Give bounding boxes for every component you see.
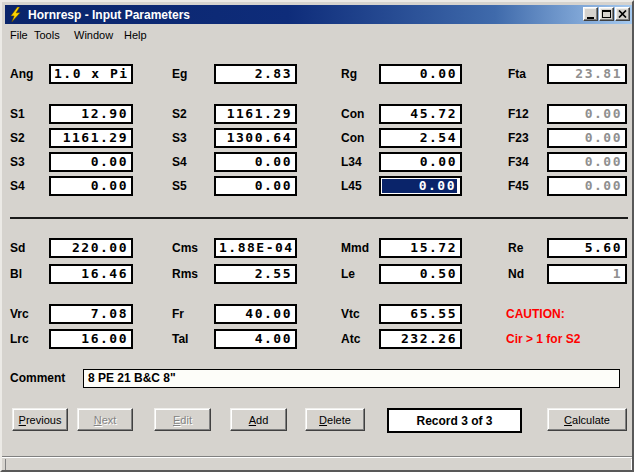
field-f45: 0.00 <box>547 176 627 196</box>
label-s1: S1 <box>10 104 25 124</box>
field-s3a[interactable]: 1300.64 <box>214 128 297 148</box>
value-f34: 0.00 <box>549 154 625 170</box>
value-f12: 0.00 <box>549 106 625 122</box>
label-s4a: S4 <box>172 152 187 172</box>
value-cms: 1.88E-04 <box>216 240 295 256</box>
field-l34[interactable]: 0.00 <box>379 152 462 172</box>
record-indicator: Record 3 of 3 <box>387 408 522 433</box>
value-con12: 45.72 <box>381 106 460 122</box>
value-f23: 0.00 <box>549 130 625 146</box>
field-rms[interactable]: 2.55 <box>214 264 297 284</box>
field-s5[interactable]: 0.00 <box>214 176 297 196</box>
field-nd: 1 <box>547 264 627 284</box>
value-atc: 232.26 <box>381 331 460 347</box>
field-cms[interactable]: 1.88E-04 <box>214 238 297 258</box>
label-ang: Ang <box>10 64 33 84</box>
bottom-right-edge <box>631 459 632 472</box>
label-sd: Sd <box>10 238 25 258</box>
menu-window[interactable]: Window <box>74 27 113 43</box>
field-s2a[interactable]: 1161.29 <box>214 104 297 124</box>
label-cms: Cms <box>172 238 198 258</box>
value-s2b: 1161.29 <box>51 130 131 146</box>
field-le[interactable]: 0.50 <box>379 264 462 284</box>
label-s3b: S3 <box>10 152 25 172</box>
value-eg: 2.83 <box>216 66 295 82</box>
edit-button: Edit <box>154 408 211 431</box>
field-fr[interactable]: 40.00 <box>214 304 297 324</box>
label-rg: Rg <box>341 64 357 84</box>
menu-tools[interactable]: Tools <box>34 27 60 43</box>
next-button: Next <box>77 408 133 431</box>
field-con23[interactable]: 2.54 <box>379 128 462 148</box>
field-tal[interactable]: 4.00 <box>214 329 297 349</box>
field-s4b[interactable]: 0.00 <box>49 176 133 196</box>
maximize-icon[interactable] <box>599 7 614 21</box>
menu-file[interactable]: File <box>10 27 28 43</box>
label-tal: Tal <box>172 329 188 349</box>
hornresp-window: Hornresp - Input Parameters File Tools W… <box>0 0 634 472</box>
field-eg[interactable]: 2.83 <box>214 64 297 84</box>
field-s2b[interactable]: 1161.29 <box>49 128 133 148</box>
field-mmd[interactable]: 15.72 <box>379 238 462 258</box>
label-con23: Con <box>341 128 364 148</box>
field-sd[interactable]: 220.00 <box>49 238 133 258</box>
field-atc[interactable]: 232.26 <box>379 329 462 349</box>
field-l45-selected[interactable]: 0.00 <box>379 176 462 196</box>
label-f34: F34 <box>508 152 529 172</box>
label-s4b: S4 <box>10 176 25 196</box>
value-fr: 40.00 <box>216 306 295 322</box>
value-fta: 23.81 <box>549 66 625 82</box>
value-bl: 16.46 <box>51 266 131 282</box>
field-s3b[interactable]: 0.00 <box>49 152 133 172</box>
value-nd: 1 <box>549 266 625 282</box>
label-le: Le <box>341 264 355 284</box>
field-f12: 0.00 <box>547 104 627 124</box>
field-bl[interactable]: 16.46 <box>49 264 133 284</box>
field-lrc[interactable]: 16.00 <box>49 329 133 349</box>
field-s1[interactable]: 12.90 <box>49 104 133 124</box>
comment-field[interactable]: 8 PE 21 B&C 8" <box>83 369 620 388</box>
value-s3a: 1300.64 <box>216 130 295 146</box>
field-vrc[interactable]: 7.08 <box>49 304 133 324</box>
value-s1: 12.90 <box>51 106 131 122</box>
minimize-icon[interactable] <box>583 7 598 21</box>
label-mmd: Mmd <box>341 238 369 258</box>
close-icon[interactable] <box>615 7 630 21</box>
label-con12: Con <box>341 104 364 124</box>
field-ang[interactable]: 1.0 x Pi <box>49 64 133 84</box>
previous-button[interactable]: Previous <box>12 408 68 431</box>
calculate-button[interactable]: Calculate <box>547 408 627 431</box>
bottom-frame-line <box>2 456 634 457</box>
label-s5: S5 <box>172 176 187 196</box>
value-s3b: 0.00 <box>51 154 131 170</box>
label-s2b: S2 <box>10 128 25 148</box>
label-re: Re <box>508 238 523 258</box>
field-s4a[interactable]: 0.00 <box>214 152 297 172</box>
label-s3a: S3 <box>172 128 187 148</box>
value-l45: 0.00 <box>382 179 457 193</box>
label-nd: Nd <box>508 264 524 284</box>
value-con23: 2.54 <box>381 130 460 146</box>
value-s4b: 0.00 <box>51 178 131 194</box>
delete-button[interactable]: Delete <box>305 408 365 431</box>
label-f12: F12 <box>508 104 529 124</box>
label-f45: F45 <box>508 176 529 196</box>
bottom-left-edge <box>5 459 6 472</box>
lightning-bolt-icon <box>8 7 23 22</box>
value-rg: 0.00 <box>381 66 460 82</box>
field-vtc[interactable]: 65.55 <box>379 304 462 324</box>
field-re[interactable]: 5.60 <box>547 238 627 258</box>
window-title: Hornresp - Input Parameters <box>28 8 190 22</box>
add-button[interactable]: Add <box>230 408 287 431</box>
value-vrc: 7.08 <box>51 306 131 322</box>
window-controls <box>582 7 630 21</box>
field-f23: 0.00 <box>547 128 627 148</box>
value-vtc: 65.55 <box>381 306 460 322</box>
value-f45: 0.00 <box>549 178 625 194</box>
section-separator <box>10 217 628 219</box>
field-rg[interactable]: 0.00 <box>379 64 462 84</box>
field-con12[interactable]: 45.72 <box>379 104 462 124</box>
value-tal: 4.00 <box>216 331 295 347</box>
value-s2a: 1161.29 <box>216 106 295 122</box>
menu-help[interactable]: Help <box>124 27 147 43</box>
